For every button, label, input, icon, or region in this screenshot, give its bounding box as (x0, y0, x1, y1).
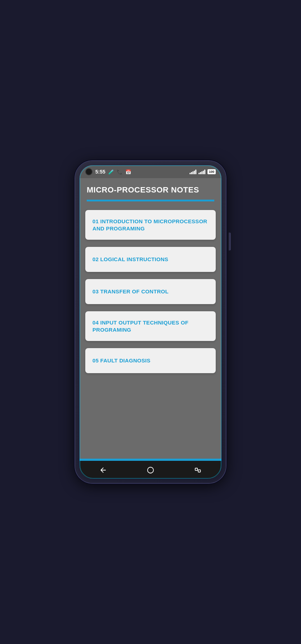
signal-bar (190, 173, 191, 174)
recents-button[interactable] (193, 465, 203, 475)
menu-item-03[interactable]: 03 TRANSFER OF CONTROL (85, 279, 216, 304)
menu-item-03-label: 03 TRANSFER OF CONTROL (92, 288, 168, 295)
signal-bars-1 (190, 169, 196, 174)
signal-bar (191, 172, 192, 174)
signal-bar (199, 173, 200, 174)
home-button[interactable] (145, 465, 156, 475)
menu-item-02-label: 02 LOGICAL INSTRUCTIONS (92, 256, 168, 263)
status-left: 5:55 🧪 📞 📅 (85, 168, 131, 175)
menu-item-04-label: 04 INPUT OUTPUT TECHNIQUES OF PROGRAMING (92, 319, 209, 333)
signal-bar (204, 170, 205, 174)
back-button[interactable] (98, 465, 108, 475)
phone-frame: 5:55 🧪 📞 📅 (75, 161, 226, 483)
home-icon (147, 466, 154, 474)
side-button (229, 233, 231, 250)
signal-bar (194, 171, 195, 174)
status-time: 5:55 (95, 169, 105, 175)
recents-icon (194, 466, 202, 474)
svg-point-0 (148, 467, 154, 473)
page-title: MICRO-PROCESSOR NOTES (87, 185, 214, 195)
signal-bar (203, 171, 204, 174)
notification-icon-2: 📞 (117, 169, 123, 175)
menu-item-01[interactable]: 01 INTRODUCTION TO MICROPROCESSOR AND PR… (85, 210, 216, 240)
phone-screen: 5:55 🧪 📞 📅 (80, 165, 221, 479)
signal-bars-2 (199, 169, 205, 174)
menu-item-04[interactable]: 04 INPUT OUTPUT TECHNIQUES OF PROGRAMING (85, 311, 216, 341)
signal-bar (195, 170, 196, 174)
signal-bar (200, 172, 201, 174)
status-right: 100 (190, 169, 216, 174)
battery-indicator: 100 (207, 169, 216, 174)
menu-item-05-label: 05 FAULT DIAGNOSIS (92, 357, 150, 364)
front-camera (85, 168, 92, 175)
menu-item-05[interactable]: 05 FAULT DIAGNOSIS (85, 348, 216, 373)
back-icon (99, 466, 107, 474)
signal-bar (201, 171, 202, 174)
notification-icon-3: 📅 (125, 169, 131, 175)
status-bar: 5:55 🧪 📞 📅 (80, 165, 221, 178)
notification-icon-1: 🧪 (108, 169, 114, 175)
signal-bar (192, 171, 194, 174)
nav-bar (80, 461, 221, 479)
menu-item-01-label: 01 INTRODUCTION TO MICROPROCESSOR AND PR… (92, 218, 209, 232)
app-content: MICRO-PROCESSOR NOTES 01 INTRODUCTION TO… (80, 178, 221, 461)
app-header: MICRO-PROCESSOR NOTES (80, 178, 221, 201)
menu-list: 01 INTRODUCTION TO MICROPROCESSOR AND PR… (80, 201, 221, 459)
menu-item-02[interactable]: 02 LOGICAL INSTRUCTIONS (85, 247, 216, 272)
